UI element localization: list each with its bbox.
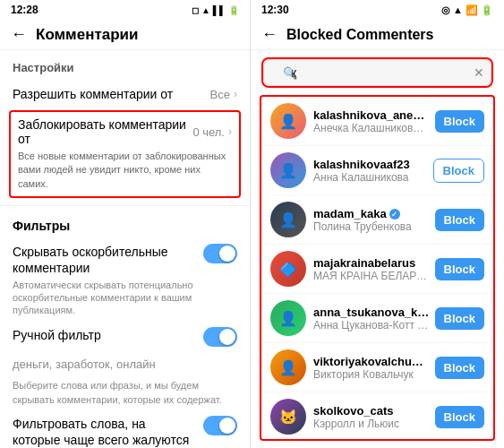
block-comments-label: Заблокировать комментарии от [18,117,192,146]
page-title-left: Комментарии [36,26,138,44]
commenter-display-name: Анна Калашникова [313,171,428,184]
commenter-item[interactable]: 👤viktoriyakovalchuk1986Виктория Ковальчу… [261,343,493,392]
manual-filter-title: Ручной фильтр [13,327,194,343]
avatar: 👤 [270,202,306,237]
commenter-info: skolkovo_catsКэрролл и Льюис [313,404,430,430]
filters-section-label: Фильтры [0,213,250,238]
allow-comments-row[interactable]: Разрешить комментарии от Все › [0,80,250,108]
back-button-right[interactable]: ← [261,25,278,44]
commenter-display-name: Полина Трубенкова [313,220,430,233]
chevron-block-icon: › [228,125,232,138]
search-icon: 🔍 [283,66,297,80]
nav-header-right: ← Blocked Commenters [251,20,504,50]
hide-offensive-toggle[interactable] [203,244,237,263]
block-button[interactable]: Block [435,307,484,330]
commenter-item[interactable]: 👤anna_tsukanova_kottАнна Цуканова-Котт 🐱… [261,294,493,343]
status-icons-left: ◻ ▲ ▌▌ 🔋 [192,5,239,15]
hide-offensive-text: Скрывать оскорбительные комментарии Авто… [13,244,194,316]
hide-offensive-row[interactable]: Скрывать оскорбительные комментарии Авто… [0,238,250,322]
hide-offensive-desc: Автоматически скрывать потенциально оско… [13,279,194,317]
avatar: 👤 [270,152,306,188]
commenter-username: viktoriyakovalchuk1986 [313,355,430,368]
commenter-username: skolkovo_cats [313,404,430,418]
hide-offensive-title: Скрывать оскорбительные комментарии [13,244,194,276]
commenter-username: kalashnikovaaf23 [313,158,428,171]
commenter-info: kalashnikovaaf23Анна Калашникова [313,158,428,184]
commenter-username: kalashnikova_anechka [313,108,430,122]
commenters-list: 👤kalashnikova_anechkaАнечка Калашникова … [260,95,495,441]
commenter-info: majakrainabelarusМАЯ КРАІНА БЕЛАРУСЬ [313,256,430,282]
divider-1 [0,205,250,206]
content-left: Настройки Разрешить комментарии от Все ›… [0,50,250,448]
verified-badge-icon [389,209,400,220]
avatar: 👤 [270,300,306,336]
allow-comments-label: Разрешить комментарии от [13,87,210,101]
status-bar-left: 12:28 ◻ ▲ ▌▌ 🔋 [0,0,250,20]
block-comments-row[interactable]: Заблокировать комментарии от 0 чел. › Вс… [9,110,241,198]
block-button[interactable]: Block [435,110,484,133]
commenter-info: viktoriyakovalchuk1986Виктория Ковальчук [313,355,430,381]
most-used-title: Фильтровать слова, на которые чаще всего… [13,416,194,448]
commenter-info: kalashnikova_anechkaАнечка Калашникова (… [313,108,430,134]
search-bar-wrapper: 🔍 ✕ [261,57,493,88]
time-left: 12:28 [11,4,38,16]
nav-header-left: ← Комментарии [0,20,250,50]
search-input[interactable] [263,59,491,86]
commenter-username: anna_tsukanova_kott [313,306,430,319]
filter-words-row: деньги, заработок, онлайн [0,352,250,375]
commenter-display-name: Виктория Ковальчук [313,368,430,381]
page-title-right: Blocked Commenters [286,27,434,43]
right-panel: 12:30 ◎ ▲ 📶 🔋 ← Blocked Commenters 🔍 ✕ 👤… [251,0,504,448]
manual-filter-toggle[interactable] [203,327,237,347]
manual-filter-desc: Выберите слова или фразы, и мы будем скр… [0,375,250,410]
manual-filter-row[interactable]: Ручной фильтр [0,322,250,352]
filter-words-value: деньги, заработок, онлайн [13,358,156,371]
status-bar-right: 12:30 ◎ ▲ 📶 🔋 [251,0,504,20]
block-comments-desc: Все новые комментарии от заблокированных… [18,150,232,191]
commenter-username: majakrainabelarus [313,256,430,270]
clear-icon[interactable]: ✕ [474,65,484,80]
block-button[interactable]: Block [433,159,484,183]
avatar: 👤 [270,349,306,385]
commenter-display-name: Кэрролл и Льюис [313,418,430,430]
commenter-display-name: Анечка Калашникова (Тере... [313,122,430,134]
avatar: 🔷 [270,251,306,287]
block-button[interactable]: Block [435,357,484,379]
block-comments-value: 0 чел. [192,125,225,139]
commenter-display-name: МАЯ КРАІНА БЕЛАРУСЬ [313,270,430,282]
commenter-info: madam_kakaПолина Трубенкова [313,207,430,233]
block-button[interactable]: Block [435,209,484,231]
most-used-toggle[interactable] [203,416,237,435]
status-icons-right: ◎ ▲ 📶 🔋 [441,4,493,16]
avatar: 🐱 [270,399,306,435]
manual-filter-text: Ручной фильтр [13,327,194,343]
most-used-text: Фильтровать слова, на которые чаще всего… [13,416,194,448]
commenter-item[interactable]: 👤kalashnikovaaf23Анна КалашниковаBlock [261,146,493,195]
commenter-item[interactable]: 🐱skolkovo_catsКэрролл и ЛьюисBlock [261,392,493,441]
settings-section-label: Настройки [0,61,250,80]
commenter-info: anna_tsukanova_kottАнна Цуканова-Котт 🐱 [313,306,430,332]
time-right: 12:30 [261,4,289,16]
block-button[interactable]: Block [435,258,484,280]
chevron-right-icon: › [234,88,237,100]
commenter-username: madam_kaka [313,207,430,220]
allow-comments-value: Все [210,88,230,101]
back-button-left[interactable]: ← [11,25,27,44]
block-button[interactable]: Block [435,406,484,428]
search-container: 🔍 ✕ [251,50,504,95]
left-panel: 12:28 ◻ ▲ ▌▌ 🔋 ← Комментарии Настройки Р… [0,0,251,448]
commenter-item[interactable]: 👤madam_kakaПолина ТрубенковаBlock [261,195,493,245]
commenter-item[interactable]: 👤kalashnikova_anechkaАнечка Калашникова … [261,97,493,146]
commenter-item[interactable]: 🔷majakrainabelarusМАЯ КРАІНА БЕЛАРУСЬBlo… [261,245,493,294]
avatar: 👤 [270,103,306,139]
most-used-row[interactable]: Фильтровать слова, на которые чаще всего… [0,410,250,448]
commenter-display-name: Анна Цуканова-Котт 🐱 [313,319,430,332]
